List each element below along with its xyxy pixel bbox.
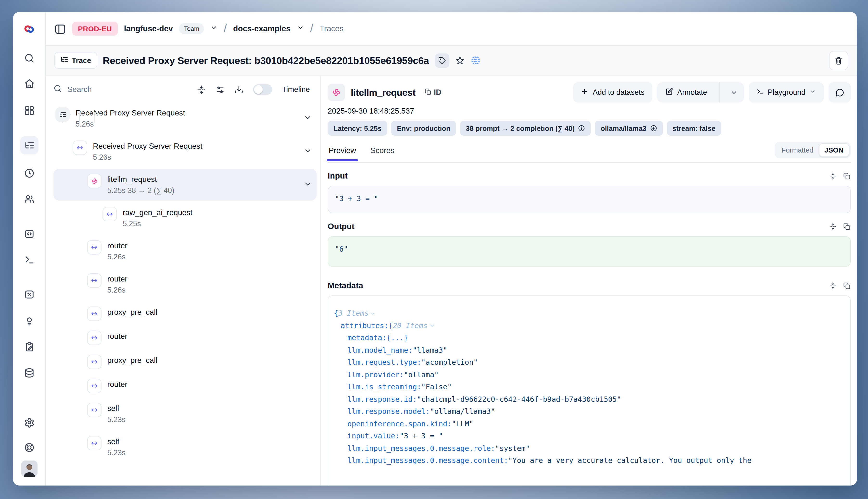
badge-ollama-llama3[interactable]: ollama/llama3 — [595, 121, 663, 136]
sidebar-item-home[interactable] — [24, 78, 34, 89]
delete-trace-button[interactable] — [829, 51, 848, 70]
org-chevron-down-icon[interactable] — [210, 24, 218, 33]
tab-scores[interactable]: Scores — [369, 143, 395, 161]
sidebar-item-lightbulb[interactable] — [24, 316, 34, 326]
collapse-chevron-icon[interactable] — [304, 113, 312, 123]
annotate-more-button[interactable] — [724, 82, 744, 102]
badge-38-prompt-2-completion-40-[interactable]: 38 prompt → 2 completion (∑ 40) — [460, 121, 591, 136]
json-line: llm.input_messages.0.message.role: "syst… — [334, 442, 844, 455]
sidebar-item-terminal[interactable] — [24, 255, 34, 265]
square-pen-icon — [665, 87, 673, 97]
tree-row-router[interactable]: router — [53, 326, 317, 350]
sidebar-item-dashboard[interactable] — [24, 105, 34, 116]
add-to-datasets-button[interactable]: Add to datasets — [573, 82, 652, 102]
span-duration: 5.25s 38 → 2 (∑ 40) — [107, 185, 174, 196]
tree-row-proxy-pre-call[interactable]: proxy_pre_call — [53, 350, 317, 374]
playground-button[interactable]: Playground — [748, 82, 824, 102]
bookmark-star-button[interactable] — [455, 56, 465, 65]
span-label: router — [107, 331, 127, 342]
trace-type-chip: Trace — [54, 52, 97, 69]
tree-row-self[interactable]: self5.23s — [53, 431, 317, 463]
breadcrumb-separator: / — [224, 22, 227, 35]
project-name[interactable]: docs-examples — [233, 24, 290, 33]
sidebar-item-list-tree[interactable] — [20, 136, 38, 155]
observation-timestamp: 2025-09-30 18:48:25.537 — [328, 107, 851, 115]
tree-row-received-proxy-server-request[interactable]: Received Proxy Server Request5.26s — [53, 136, 317, 168]
id-label: ID — [434, 88, 441, 97]
tree-row-litellm-request[interactable]: litellm_request5.25s 38 → 2 (∑ 40) — [53, 169, 317, 200]
badge-latency: Latency: 5.25s — [328, 121, 387, 136]
collapse-all-button[interactable] — [197, 85, 206, 94]
tree-row-raw-gen-ai-request[interactable]: raw_gen_ai_request5.25s — [53, 202, 317, 234]
collapse-chevron-icon[interactable] — [304, 147, 312, 157]
copy-id-button[interactable]: ID — [424, 88, 441, 97]
copy-icon[interactable] — [843, 282, 851, 290]
org-name[interactable]: langfuse-dev — [124, 24, 173, 33]
json-line: llm.is_streaming: "False" — [334, 381, 844, 393]
json-line: llm.response.id: "chatcmpl-d96622c0-c642… — [334, 393, 844, 406]
project-chevron-down-icon[interactable] — [297, 24, 304, 33]
toggle-knob — [254, 85, 263, 94]
download-button[interactable] — [234, 85, 243, 94]
collapse-section-icon[interactable] — [829, 223, 837, 231]
left-icon-rail — [13, 12, 46, 486]
format-toggle: FormattedJSON — [775, 142, 851, 158]
span-arrows-icon — [87, 355, 101, 369]
span-label: proxy_pre_call — [107, 306, 157, 318]
sidebar-item-database[interactable] — [24, 368, 34, 378]
json-collapse-chevron-icon[interactable] — [370, 311, 376, 317]
view-settings-button[interactable] — [216, 85, 225, 94]
tree-row-proxy-pre-call[interactable]: proxy_pre_call — [53, 302, 317, 326]
section-name[interactable]: Traces — [319, 24, 344, 33]
span-arrows-icon — [87, 379, 101, 393]
tab-preview[interactable]: Preview — [328, 143, 357, 161]
span-arrows-icon — [87, 273, 101, 288]
tree-search-input[interactable] — [68, 85, 115, 94]
panel-toggle-icon[interactable] — [54, 23, 66, 34]
chevron-down-icon — [810, 88, 816, 97]
sidebar-item-users[interactable] — [24, 194, 34, 205]
span-duration: 5.23s — [107, 414, 125, 425]
sidebar-item-square-percent[interactable] — [24, 289, 34, 300]
sidebar-item-search[interactable] — [24, 53, 34, 63]
sidebar-item-clock[interactable] — [24, 168, 34, 179]
json-line: metadata: {...} — [334, 332, 844, 344]
copy-icon[interactable] — [843, 172, 851, 180]
button-divider — [719, 82, 720, 102]
sidebar-item-life-buoy[interactable] — [24, 442, 34, 453]
span-label: litellm_request — [107, 174, 174, 185]
span-label: router — [107, 379, 127, 390]
comments-button[interactable] — [829, 82, 851, 102]
tree-row-router[interactable]: router5.26s — [53, 235, 317, 267]
tree-row-router[interactable]: router — [53, 374, 317, 398]
user-avatar[interactable] — [21, 461, 37, 477]
format-option-formatted[interactable]: Formatted — [777, 144, 819, 156]
langfuse-logo[interactable] — [23, 23, 36, 36]
collapse-section-icon[interactable] — [829, 172, 837, 180]
json-collapse-chevron-icon[interactable] — [429, 323, 435, 329]
span-tree: Received Proxy Server Request5.26sReceiv… — [53, 102, 320, 486]
tags-button[interactable] — [435, 53, 449, 68]
collapse-section-icon[interactable] — [829, 282, 837, 290]
public-globe-icon[interactable] — [470, 55, 480, 65]
environment-badge: PROD-EU — [72, 22, 118, 36]
span-label: router — [107, 273, 127, 284]
sidebar-item-settings[interactable] — [24, 417, 34, 428]
collapse-chevron-icon[interactable] — [304, 180, 312, 190]
annotate-button[interactable]: Annotate — [657, 82, 715, 102]
tree-toolbar: Timeline — [53, 84, 320, 95]
trace-type-label: Trace — [72, 56, 91, 65]
sidebar-item-clipboard-pen[interactable] — [24, 342, 34, 352]
span-label: proxy_pre_call — [107, 355, 157, 366]
tree-row-received-proxy-server-request[interactable]: Received Proxy Server Request5.26s — [53, 102, 317, 134]
format-option-json[interactable]: JSON — [819, 143, 849, 157]
tree-row-self[interactable]: self5.23s — [53, 398, 317, 430]
sidebar-item-file-code[interactable] — [24, 229, 34, 239]
metadata-json-viewer: { 3 Itemsattributes: { 20 Itemsmetadata:… — [328, 295, 851, 486]
copy-icon[interactable] — [843, 223, 851, 231]
metadata-section-header: Metadata — [328, 281, 851, 291]
timeline-toggle[interactable] — [253, 84, 272, 95]
tree-row-router[interactable]: router5.26s — [53, 268, 317, 300]
trace-header: Trace Received Proxy Server Request: b30… — [46, 46, 857, 75]
detail-tabs: PreviewScoresFormattedJSON — [328, 142, 851, 163]
